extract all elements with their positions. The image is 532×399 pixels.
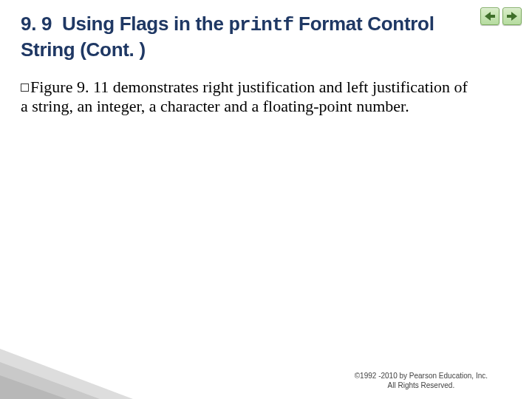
slide-body: Figure 9. 11 demonstrates right justific… <box>21 78 479 116</box>
body-text: 9. 11 demonstrates right justification a… <box>21 78 468 115</box>
bullet-lead: Figure <box>30 78 72 96</box>
bullet-icon <box>21 83 29 92</box>
prev-arrow-icon <box>485 12 495 21</box>
slide: 9. 9 Using Flags in the printf Format Co… <box>0 0 532 399</box>
footer-line1: ©1992 -2010 by Pearson Education, Inc. <box>355 372 488 381</box>
next-arrow-icon <box>507 12 517 21</box>
svg-marker-0 <box>485 12 495 21</box>
corner-accent <box>0 349 133 399</box>
footer-line2: All Rights Reserved. <box>355 381 488 391</box>
section-number: 9. 9 <box>21 13 52 35</box>
footer: ©1992 -2010 by Pearson Education, Inc. A… <box>355 372 488 390</box>
body-paragraph: Figure 9. 11 demonstrates right justific… <box>21 78 479 116</box>
title-part1: Using Flags in the <box>62 13 224 35</box>
prev-button[interactable] <box>480 7 499 25</box>
slide-title: 9. 9 Using Flags in the printf Format Co… <box>21 12 511 61</box>
nav-controls <box>480 7 522 25</box>
next-button[interactable] <box>502 7 522 25</box>
title-code: printf <box>228 14 293 36</box>
svg-marker-1 <box>507 12 517 21</box>
